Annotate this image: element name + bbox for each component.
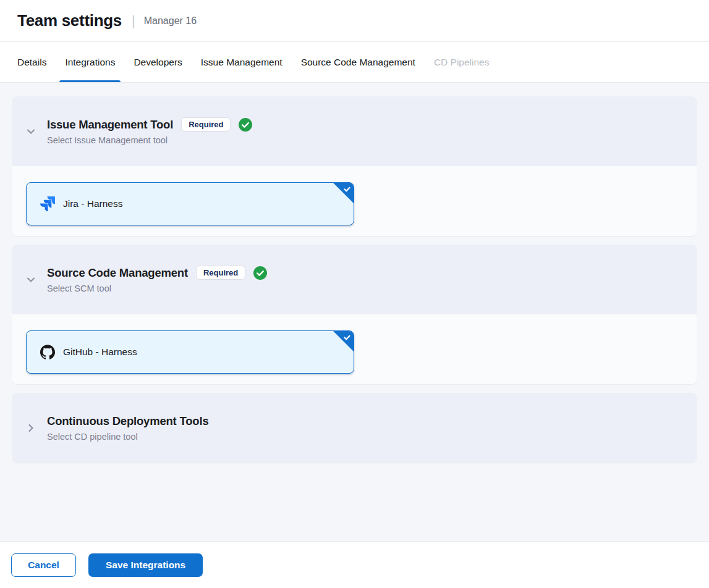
tab-integrations[interactable]: Integrations [65,42,115,82]
section-continuous-deployment-tools: Continuous Deployment Tools Select CD pi… [12,393,697,463]
chevron-right-icon[interactable] [25,422,36,434]
section-subtitle: Select SCM tool [47,284,267,293]
section-issue-management-body: Jira - Harness [12,166,697,236]
selected-check-icon [343,334,351,342]
jira-icon [40,196,55,211]
section-source-code-management: Source Code Management Required Select S… [12,245,697,384]
section-complete-check-icon [239,118,252,132]
section-complete-check-icon [253,266,267,280]
tool-card-github-harness[interactable]: GitHub - Harness [26,330,354,374]
tab-developers[interactable]: Developers [134,42,182,82]
section-scm-header[interactable]: Source Code Management Required Select S… [12,245,697,314]
selected-check-icon [343,185,351,193]
page-header: Team settings | Manager 16 [0,0,709,42]
integrations-content: Issue Management Tool Required Select Is… [0,83,709,541]
section-title: Source Code Management [47,266,188,280]
save-integrations-button[interactable]: Save Integrations [88,553,203,577]
tab-issue-management[interactable]: Issue Management [201,42,282,82]
tab-bar: Details Integrations Developers Issue Ma… [0,42,709,83]
section-title: Issue Management Tool [47,118,173,132]
github-icon [40,345,55,359]
tool-card-jira-harness[interactable]: Jira - Harness [26,182,354,225]
section-subtitle: Select Issue Management tool [47,135,252,145]
page-title: Team settings [17,11,122,30]
tool-card-label: Jira - Harness [63,198,122,209]
team-name-label: Manager 16 [144,15,197,27]
section-cd-header[interactable]: Continuous Deployment Tools Select CD pi… [12,393,697,463]
required-badge: Required [181,117,231,132]
section-issue-management-header[interactable]: Issue Management Tool Required Select Is… [12,96,697,166]
tab-details[interactable]: Details [17,42,46,82]
tool-card-label: GitHub - Harness [63,346,137,358]
tab-cd-pipelines[interactable]: CD Pipelines [434,42,490,82]
section-issue-management-tool: Issue Management Tool Required Select Is… [12,96,697,236]
section-scm-body: GitHub - Harness [12,314,697,384]
required-badge: Required [196,266,245,280]
chevron-down-icon[interactable] [25,274,36,285]
section-title: Continuous Deployment Tools [47,414,208,428]
chevron-down-icon[interactable] [25,126,36,137]
footer-action-bar: Cancel Save Integrations [0,541,709,588]
tab-source-code-management[interactable]: Source Code Management [301,42,415,82]
title-separator: | [132,13,135,29]
section-subtitle: Select CD pipeline tool [47,432,208,442]
cancel-button[interactable]: Cancel [11,553,76,577]
